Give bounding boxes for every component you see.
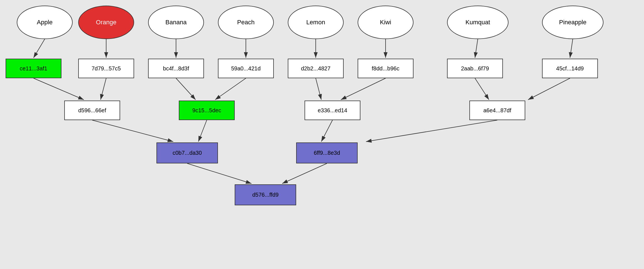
a6e4-label: a6e4...87df [483,107,511,114]
59a0-label: 59a0...421d [231,65,261,72]
e336-label: e336...ed14 [318,107,347,114]
orange-node[interactable]: Orange [78,6,134,39]
7d79-node[interactable]: 7d79...57c5 [78,59,134,78]
45cf-node[interactable]: 45cf...14d9 [542,59,598,78]
svg-line-11 [215,78,246,100]
svg-line-19 [366,120,497,142]
svg-line-14 [475,78,489,100]
2aab-node[interactable]: 2aab...6f79 [447,59,503,78]
svg-line-18 [321,120,332,142]
ce11-node[interactable]: ce11...3af1 [6,59,61,78]
svg-line-15 [528,78,570,100]
svg-line-16 [92,120,173,142]
ce11-label: ce11...3af1 [20,65,47,72]
diagram: Apple Orange Banana Peach Lemon Kiwi Kum… [0,0,644,269]
banana-label: Banana [165,19,187,26]
svg-line-21 [282,163,327,184]
svg-line-9 [101,78,106,100]
c0b7-node[interactable]: c0b7...da30 [156,142,218,163]
kumquat-node[interactable]: Kumquat [447,6,508,39]
apple-label: Apple [37,19,53,26]
59a0-node[interactable]: 59a0...421d [218,59,274,78]
banana-node[interactable]: Banana [148,6,204,39]
svg-line-7 [570,39,573,58]
peach-label: Peach [237,19,255,26]
orange-label: Orange [96,19,116,26]
apple-node[interactable]: Apple [17,6,73,39]
svg-line-12 [316,78,321,100]
9c15-label: 9c15...5dec [192,107,221,114]
d576-label: d576...ffd9 [252,192,279,198]
9c15-node[interactable]: 9c15...5dec [179,101,235,120]
arrows-svg [0,0,644,269]
6ff9-node[interactable]: 6ff9...8e3d [296,142,358,163]
svg-line-17 [198,120,207,142]
bc4f-label: bc4f...8d3f [163,65,189,72]
bc4f-node[interactable]: bc4f...8d3f [148,59,204,78]
pineapple-label: Pineapple [559,19,586,26]
6ff9-label: 6ff9...8e3d [314,150,340,156]
f8dd-node[interactable]: f8dd...b96c [358,59,414,78]
45cf-label: 45cf...14d9 [556,65,584,72]
lemon-node[interactable]: Lemon [288,6,344,39]
d596-node[interactable]: d596...66ef [64,101,120,120]
lemon-label: Lemon [306,19,325,26]
7d79-label: 7d79...57c5 [92,65,121,72]
kiwi-label: Kiwi [380,19,391,26]
d576-node[interactable]: d576...ffd9 [235,184,296,205]
d2b2-node[interactable]: d2b2...4827 [288,59,344,78]
peach-node[interactable]: Peach [218,6,274,39]
svg-line-10 [176,78,196,100]
c0b7-label: c0b7...da30 [173,150,202,156]
kiwi-node[interactable]: Kiwi [358,6,414,39]
svg-line-13 [341,78,386,100]
svg-line-0 [34,39,45,58]
svg-line-6 [475,39,478,58]
pineapple-node[interactable]: Pineapple [542,6,603,39]
svg-line-8 [34,78,84,100]
kumquat-label: Kumquat [465,19,490,26]
d2b2-label: d2b2...4827 [301,65,331,72]
f8dd-label: f8dd...b96c [372,65,400,72]
a6e4-node[interactable]: a6e4...87df [469,101,525,120]
2aab-label: 2aab...6f79 [461,65,489,72]
d596-label: d596...66ef [78,107,106,114]
svg-line-20 [187,163,251,184]
e336-node[interactable]: e336...ed14 [305,101,360,120]
